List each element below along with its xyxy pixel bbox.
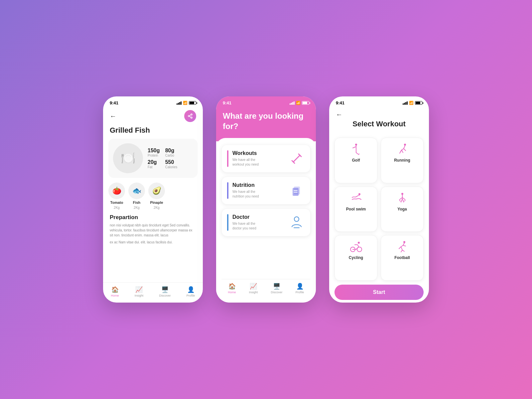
workout-yoga[interactable]: Yoga [381, 187, 424, 232]
svg-point-1 [188, 115, 190, 117]
cycling-label: Cycling [349, 255, 363, 260]
food-image: 🍽️ [113, 143, 143, 173]
nav-insight-label-1: Insight [135, 294, 144, 297]
category-workouts-left: Workouts We have all theworkout you need [227, 150, 259, 167]
share-button[interactable] [184, 110, 196, 122]
workout-grid: Golf Running Pool swim [329, 138, 429, 281]
signal-icon-1 [177, 101, 182, 105]
workout-title: Select Workout [336, 118, 422, 133]
doctor-title: Doctor [232, 214, 256, 220]
ingredient-fish: 🐟 Fish 2Kg [128, 183, 145, 209]
workouts-desc: We have all theworkout you need [232, 158, 259, 167]
stat-protein-label: Protein [148, 154, 160, 157]
food-title: Grilled Fish [103, 126, 203, 139]
nutrition-desc: We have all thenutrition you need [232, 190, 259, 199]
nav-home-2[interactable]: 🏠 Home [228, 283, 236, 294]
stat-calories-value: 550 [165, 159, 178, 165]
food-stats: 150g Protein 80g Carbo 20g Fat 550 Calor… [148, 148, 177, 169]
svg-point-14 [355, 144, 357, 146]
workout-golf[interactable]: Golf [334, 138, 377, 183]
svg-point-12 [294, 217, 299, 221]
svg-line-5 [293, 155, 300, 162]
nav-header-1: ← [103, 107, 203, 126]
football-label: Football [394, 255, 410, 260]
running-icon [396, 143, 409, 156]
phone1-content: ← Grilled Fish 🍽️ 150g Protein [103, 107, 203, 282]
workouts-title: Workouts [232, 150, 259, 156]
prep-title: Prepartion [110, 214, 196, 221]
nav-profile-label-2: Profile [296, 291, 304, 294]
workout-cycling[interactable]: Cycling [334, 235, 377, 281]
start-button[interactable]: Start [334, 285, 424, 300]
category-doctor[interactable]: Doctor We have all thedoctor you need [221, 208, 311, 236]
nutrition-icon [288, 182, 305, 199]
tomato-amount: 2Kg [114, 206, 120, 209]
svg-line-3 [190, 116, 191, 117]
ingredient-pinaple: 🥑 Pinaple 2Kg [148, 183, 165, 209]
nav-home-1[interactable]: 🏠 Home [111, 286, 119, 297]
discover-icon-2: 🖥️ [273, 283, 280, 290]
back-button-1[interactable]: ← [110, 112, 116, 120]
stat-fat-label: Fat [148, 165, 160, 169]
nav-profile-2[interactable]: 👤 Profile [296, 283, 304, 294]
time-3: 9:41 [336, 100, 344, 105]
svg-point-0 [191, 114, 192, 115]
status-bar-1: 9:41 📶 [103, 96, 203, 107]
category-nutrition-left: Nutrition We have all thenutrition you n… [227, 182, 259, 199]
status-icons-1: 📶 [177, 101, 196, 105]
battery-icon-3 [415, 101, 422, 105]
yoga-label: Yoga [397, 207, 407, 211]
golf-icon [349, 143, 363, 156]
status-bar-3: 9:41 📶 [329, 96, 429, 107]
prep-section: Prepartion non nisi volutpat nibh quis t… [103, 214, 203, 245]
phone-search: 9:41 📶 What are you looking for? Wor [216, 96, 316, 303]
wifi-icon-2: 📶 [296, 101, 301, 105]
fish-name: Fish [133, 200, 141, 204]
status-bar-2: 9:41 📶 [216, 96, 316, 107]
yoga-icon [396, 192, 409, 205]
nav-discover-label-2: Discover [271, 291, 283, 294]
category-workouts[interactable]: Workouts We have all theworkout you need [221, 145, 311, 173]
battery-icon-1 [189, 101, 196, 105]
stat-calories-label: Calories [165, 165, 178, 169]
workout-football[interactable]: Football [381, 235, 424, 281]
status-icons-3: 📶 [403, 101, 422, 105]
svg-line-17 [356, 153, 359, 155]
tomato-name: Tomato [110, 200, 123, 204]
pinaple-icon: 🥑 [148, 183, 165, 199]
bottom-nav-1: 🏠 Home 📈 Insight 🖥️ Discover 👤 Profile [103, 282, 203, 303]
svg-point-22 [358, 242, 360, 244]
running-label: Running [394, 158, 410, 163]
nav-insight-1[interactable]: 📈 Insight [135, 286, 144, 297]
doctor-desc: We have all thedoctor you need [232, 221, 256, 231]
nav-discover-1[interactable]: 🖥️ Discover [159, 286, 171, 297]
nutrition-title: Nutrition [232, 182, 259, 188]
svg-point-2 [191, 117, 192, 118]
back-button-3[interactable]: ← [336, 111, 422, 118]
cycling-icon [349, 240, 363, 253]
fish-amount: 2Kg [134, 206, 140, 209]
nav-discover-label-1: Discover [159, 294, 171, 297]
prep-text: non nisi volutpat nibh quis tincidunt eg… [110, 223, 196, 238]
workout-swim[interactable]: Pool swim [334, 187, 377, 232]
workout-running[interactable]: Running [381, 138, 424, 183]
phones-container: 9:41 📶 ← [103, 96, 429, 303]
nav-profile-1[interactable]: 👤 Profile [187, 286, 195, 297]
insight-icon-2: 📈 [250, 283, 257, 290]
signal-icon-2 [290, 101, 295, 105]
status-icons-2: 📶 [290, 101, 309, 105]
swim-icon [349, 192, 363, 205]
battery-icon-2 [302, 101, 309, 105]
doctor-info: Doctor We have all thedoctor you need [232, 214, 256, 231]
workouts-icon [288, 150, 305, 167]
svg-line-16 [353, 147, 356, 148]
nav-discover-2[interactable]: 🖥️ Discover [271, 283, 283, 294]
nav-insight-label-2: Insight [249, 291, 258, 294]
ingredients-list: 🍅 Tomato 2Kg 🐟 Fish 2Kg 🥑 Pinaple 2Kg [103, 183, 203, 214]
nav-insight-2[interactable]: 📈 Insight [249, 283, 258, 294]
category-nutrition[interactable]: Nutrition We have all thenutrition you n… [221, 177, 311, 204]
stat-fat: 20g Fat [148, 159, 160, 169]
profile-icon-1: 👤 [187, 286, 195, 293]
time-2: 9:41 [223, 100, 231, 105]
golf-label: Golf [352, 158, 360, 163]
